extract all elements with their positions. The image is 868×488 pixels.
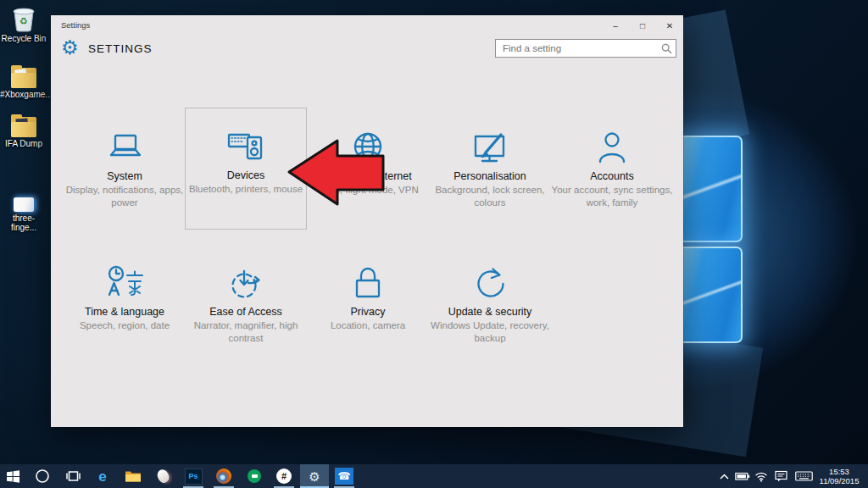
desktop-icon-label: Recycle Bin xyxy=(0,34,47,43)
phone-app-button[interactable]: ☎ xyxy=(330,464,359,488)
search-input[interactable] xyxy=(495,39,676,58)
photoshop-button[interactable]: Ps xyxy=(179,464,208,488)
cortana-circle-icon xyxy=(35,469,50,484)
desktop-icon-xboxgame[interactable]: #Xboxgame... xyxy=(0,59,47,99)
person-icon xyxy=(551,125,673,166)
firefox-icon xyxy=(216,469,231,484)
folder-icon xyxy=(0,59,47,88)
tile-subtitle: Wi-Fi, flight mode, VPN xyxy=(307,184,429,197)
mouse-app-button[interactable] xyxy=(148,464,177,488)
refresh-icon xyxy=(429,261,551,302)
personalisation-icon xyxy=(429,125,551,166)
window-title: Settings xyxy=(61,20,90,30)
tile-subtitle: Display, notifications, apps, power xyxy=(64,184,186,209)
file-explorer-icon xyxy=(125,469,142,483)
tray-battery-icon[interactable] xyxy=(734,464,751,488)
tray-wifi-icon[interactable] xyxy=(754,464,769,488)
task-view-button[interactable] xyxy=(58,464,87,488)
tile-title: Personalisation xyxy=(429,170,551,182)
desktop-icon-ifa-dump[interactable]: IFA Dump xyxy=(0,108,47,148)
globe-icon xyxy=(307,125,429,166)
tile-devices[interactable]: Devices Bluetooth, printers, mouse xyxy=(185,108,307,230)
hash-app-button[interactable]: # xyxy=(270,464,298,488)
hangouts-icon xyxy=(248,469,261,483)
tile-title: System xyxy=(64,170,186,182)
search-box xyxy=(495,39,676,58)
tile-system[interactable]: System Display, notifications, apps, pow… xyxy=(64,108,186,230)
desktop-icon-three-finger[interactable]: three-finge... xyxy=(0,183,47,232)
lock-icon xyxy=(307,261,429,302)
taskbar: e Ps # ⚙ ☎ xyxy=(0,464,868,488)
tile-title: Time & language xyxy=(64,306,186,318)
tile-subtitle: Location, camera xyxy=(307,319,429,332)
hangouts-button[interactable] xyxy=(240,464,269,488)
tile-subtitle: Narrator, magnifier, high contrast xyxy=(185,319,307,345)
tray-action-center-icon[interactable] xyxy=(773,464,788,488)
close-button[interactable]: ✕ xyxy=(656,15,683,36)
time-language-icon xyxy=(64,261,186,302)
tray-keyboard-icon[interactable] xyxy=(793,464,814,488)
settings-gear-icon: ⚙ xyxy=(61,37,79,58)
tile-subtitle: Bluetooth, printers, mouse xyxy=(186,183,306,196)
desktop-icon-label: #Xboxgame... xyxy=(0,90,47,99)
folder-icon xyxy=(0,108,47,137)
desktop-icon-label: three-finge... xyxy=(0,214,47,232)
edge-button[interactable]: e xyxy=(88,464,117,488)
tile-time-language[interactable]: Time & language Speech, region, date xyxy=(64,244,186,366)
edge-icon: e xyxy=(98,469,106,484)
tile-title: Devices xyxy=(186,169,306,181)
recycle-glyph: ♻ xyxy=(19,16,28,26)
tray-chevron-up-icon[interactable] xyxy=(717,464,731,488)
ease-of-access-icon xyxy=(185,261,307,302)
clock-date: 11/09/2015 xyxy=(814,476,865,485)
windows-logo-icon xyxy=(6,469,20,484)
hash-icon: # xyxy=(276,469,292,484)
search-icon[interactable] xyxy=(661,42,672,58)
tile-privacy[interactable]: Privacy Location, camera xyxy=(307,244,429,366)
laptop-icon xyxy=(64,125,186,166)
image-file-icon xyxy=(0,183,47,212)
tile-title: Update & security xyxy=(429,306,551,318)
devices-icon xyxy=(186,125,306,165)
cortana-button[interactable] xyxy=(28,464,57,488)
tile-personalisation[interactable]: Personalisation Background, lock screen,… xyxy=(429,108,551,230)
tile-title: Privacy xyxy=(307,306,429,318)
firefox-button[interactable] xyxy=(209,464,238,488)
phone-icon: ☎ xyxy=(335,468,353,485)
tile-title: Ease of Access xyxy=(185,306,307,318)
desktop: ♻ Recycle Bin #Xboxgame... IFA Dump thre… xyxy=(0,0,868,488)
tile-subtitle: Speech, region, date xyxy=(64,319,186,332)
tile-subtitle: Background, lock screen, colours xyxy=(429,184,551,209)
maximize-button[interactable]: □ xyxy=(629,15,656,36)
page-title: SETTINGS xyxy=(88,42,153,55)
desktop-icon-label: IFA Dump xyxy=(0,139,47,148)
settings-window: Settings – □ ✕ ⚙ SETTINGS xyxy=(51,15,683,427)
window-titlebar[interactable]: Settings – □ ✕ xyxy=(51,15,683,36)
tile-ease-of-access[interactable]: Ease of Access Narrator, magnifier, high… xyxy=(185,244,307,366)
taskbar-clock[interactable]: 15:53 11/09/2015 xyxy=(814,467,865,485)
file-explorer-button[interactable] xyxy=(119,464,147,488)
tile-subtitle: Windows Update, recovery, backup xyxy=(429,319,551,345)
gear-icon: ⚙ xyxy=(309,470,320,483)
minimize-button[interactable]: – xyxy=(602,15,629,36)
recycle-bin-icon: ♻ xyxy=(0,3,47,32)
tile-accounts[interactable]: Accounts Your account, sync settings, wo… xyxy=(551,108,673,230)
photoshop-icon: Ps xyxy=(185,469,203,485)
tile-title: Network & Internet xyxy=(307,170,429,182)
task-view-icon xyxy=(65,469,81,483)
start-button[interactable] xyxy=(0,464,27,488)
mouse-icon xyxy=(155,468,171,485)
tile-update-security[interactable]: Update & security Windows Update, recove… xyxy=(429,244,551,366)
clock-time: 15:53 xyxy=(814,467,865,476)
settings-taskbar-button[interactable]: ⚙ xyxy=(300,464,329,488)
tile-network[interactable]: Network & Internet Wi-Fi, flight mode, V… xyxy=(307,108,429,230)
tile-title: Accounts xyxy=(551,170,673,182)
desktop-icon-recycle-bin[interactable]: ♻ Recycle Bin xyxy=(0,3,47,43)
tile-subtitle: Your account, sync settings, work, famil… xyxy=(551,184,673,209)
